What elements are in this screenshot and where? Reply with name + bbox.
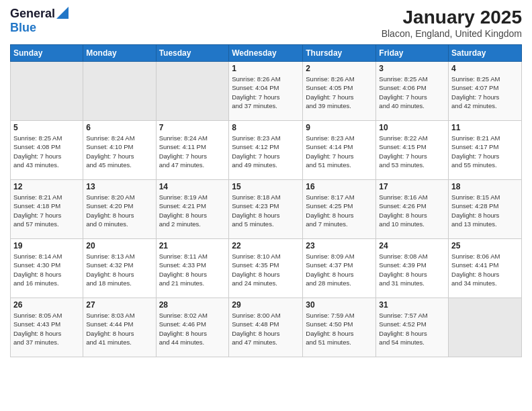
calendar-cell: 28Sunrise: 8:02 AM Sunset: 4:46 PM Dayli… — [156, 298, 229, 357]
calendar-cell: 1Sunrise: 8:26 AM Sunset: 4:04 PM Daylig… — [229, 62, 303, 121]
day-detail: Sunrise: 8:25 AM Sunset: 4:08 PM Dayligh… — [13, 134, 80, 169]
weekday-header-row: SundayMondayTuesdayWednesdayThursdayFrid… — [11, 45, 522, 62]
day-number: 21 — [159, 241, 226, 250]
title-block: January 2025 Blacon, England, United Kin… — [382, 7, 522, 39]
calendar-cell: 25Sunrise: 8:06 AM Sunset: 4:41 PM Dayli… — [449, 239, 522, 298]
day-detail: Sunrise: 8:26 AM Sunset: 4:04 PM Dayligh… — [232, 75, 300, 110]
calendar-cell: 30Sunrise: 7:59 AM Sunset: 4:50 PM Dayli… — [303, 298, 376, 357]
calendar-cell: 18Sunrise: 8:15 AM Sunset: 4:28 PM Dayli… — [449, 180, 522, 239]
day-number: 7 — [159, 123, 226, 132]
day-detail: Sunrise: 7:57 AM Sunset: 4:52 PM Dayligh… — [379, 311, 445, 347]
calendar-cell: 8Sunrise: 8:23 AM Sunset: 4:12 PM Daylig… — [229, 121, 303, 180]
day-number: 13 — [86, 182, 152, 191]
calendar-cell: 14Sunrise: 8:19 AM Sunset: 4:21 PM Dayli… — [156, 180, 229, 239]
calendar-cell: 13Sunrise: 8:20 AM Sunset: 4:20 PM Dayli… — [83, 180, 156, 239]
weekday-header: Sunday — [11, 45, 83, 62]
header: General Blue January 2025 Blacon, Englan… — [10, 7, 522, 39]
day-number: 12 — [13, 182, 80, 191]
day-detail: Sunrise: 8:18 AM Sunset: 4:23 PM Dayligh… — [232, 193, 300, 228]
day-detail: Sunrise: 8:14 AM Sunset: 4:30 PM Dayligh… — [13, 252, 80, 287]
day-detail: Sunrise: 8:25 AM Sunset: 4:07 PM Dayligh… — [451, 75, 519, 110]
day-number: 4 — [451, 64, 519, 73]
calendar-cell: 31Sunrise: 7:57 AM Sunset: 4:52 PM Dayli… — [376, 298, 449, 357]
day-detail: Sunrise: 8:25 AM Sunset: 4:06 PM Dayligh… — [379, 75, 445, 110]
day-detail: Sunrise: 8:03 AM Sunset: 4:44 PM Dayligh… — [86, 311, 152, 347]
weekday-header: Saturday — [449, 45, 522, 62]
day-number: 19 — [13, 241, 80, 250]
logo-general: General — [10, 7, 55, 21]
day-number: 2 — [306, 64, 373, 73]
day-detail: Sunrise: 8:06 AM Sunset: 4:41 PM Dayligh… — [451, 252, 519, 287]
day-number: 1 — [232, 64, 300, 73]
calendar-cell: 7Sunrise: 8:24 AM Sunset: 4:11 PM Daylig… — [156, 121, 229, 180]
day-number: 9 — [306, 123, 373, 132]
day-number: 27 — [86, 300, 152, 310]
day-number: 11 — [451, 123, 519, 132]
day-number: 23 — [306, 241, 373, 250]
day-number: 10 — [379, 123, 445, 132]
calendar-cell: 12Sunrise: 8:21 AM Sunset: 4:18 PM Dayli… — [11, 180, 83, 239]
day-detail: Sunrise: 8:26 AM Sunset: 4:05 PM Dayligh… — [306, 75, 373, 110]
calendar-cell: 4Sunrise: 8:25 AM Sunset: 4:07 PM Daylig… — [449, 62, 522, 121]
day-detail: Sunrise: 8:21 AM Sunset: 4:18 PM Dayligh… — [13, 193, 80, 228]
main-title: January 2025 — [382, 7, 522, 28]
calendar-cell: 5Sunrise: 8:25 AM Sunset: 4:08 PM Daylig… — [11, 121, 83, 180]
calendar-table: SundayMondayTuesdayWednesdayThursdayFrid… — [10, 44, 522, 357]
day-detail: Sunrise: 8:11 AM Sunset: 4:33 PM Dayligh… — [159, 252, 226, 287]
day-detail: Sunrise: 8:02 AM Sunset: 4:46 PM Dayligh… — [159, 311, 226, 347]
calendar-week-row: 5Sunrise: 8:25 AM Sunset: 4:08 PM Daylig… — [11, 121, 522, 180]
calendar-cell: 24Sunrise: 8:08 AM Sunset: 4:39 PM Dayli… — [376, 239, 449, 298]
day-detail: Sunrise: 7:59 AM Sunset: 4:50 PM Dayligh… — [306, 311, 373, 347]
day-detail: Sunrise: 8:10 AM Sunset: 4:35 PM Dayligh… — [232, 252, 300, 287]
subtitle: Blacon, England, United Kingdom — [382, 28, 522, 39]
day-detail: Sunrise: 8:13 AM Sunset: 4:32 PM Dayligh… — [86, 252, 152, 287]
calendar-week-row: 1Sunrise: 8:26 AM Sunset: 4:04 PM Daylig… — [11, 62, 522, 121]
day-detail: Sunrise: 8:00 AM Sunset: 4:48 PM Dayligh… — [232, 311, 300, 347]
calendar-cell: 3Sunrise: 8:25 AM Sunset: 4:06 PM Daylig… — [376, 62, 449, 121]
weekday-header: Monday — [83, 45, 156, 62]
day-number: 26 — [13, 300, 80, 310]
day-number: 16 — [306, 182, 373, 191]
day-detail: Sunrise: 8:24 AM Sunset: 4:11 PM Dayligh… — [159, 134, 226, 169]
calendar-cell: 9Sunrise: 8:23 AM Sunset: 4:14 PM Daylig… — [303, 121, 376, 180]
day-number: 6 — [86, 123, 152, 132]
calendar-cell — [11, 62, 83, 121]
day-detail: Sunrise: 8:22 AM Sunset: 4:15 PM Dayligh… — [379, 134, 445, 169]
day-number: 5 — [13, 123, 80, 132]
calendar-cell: 27Sunrise: 8:03 AM Sunset: 4:44 PM Dayli… — [83, 298, 156, 357]
calendar-cell: 23Sunrise: 8:09 AM Sunset: 4:37 PM Dayli… — [303, 239, 376, 298]
page: General Blue January 2025 Blacon, Englan… — [0, 0, 532, 411]
weekday-header: Thursday — [303, 45, 376, 62]
day-number: 15 — [232, 182, 300, 191]
day-number: 18 — [451, 182, 519, 191]
day-number: 17 — [379, 182, 445, 191]
calendar-week-row: 26Sunrise: 8:05 AM Sunset: 4:43 PM Dayli… — [11, 298, 522, 357]
logo-icon — [56, 7, 69, 19]
day-detail: Sunrise: 8:09 AM Sunset: 4:37 PM Dayligh… — [306, 252, 373, 287]
calendar-cell: 17Sunrise: 8:16 AM Sunset: 4:26 PM Dayli… — [376, 180, 449, 239]
weekday-header: Friday — [376, 45, 449, 62]
day-number: 25 — [451, 241, 519, 250]
day-detail: Sunrise: 8:20 AM Sunset: 4:20 PM Dayligh… — [86, 193, 152, 228]
day-detail: Sunrise: 8:21 AM Sunset: 4:17 PM Dayligh… — [451, 134, 519, 169]
day-detail: Sunrise: 8:23 AM Sunset: 4:12 PM Dayligh… — [232, 134, 300, 169]
day-number: 31 — [379, 300, 445, 310]
calendar-cell — [449, 298, 522, 357]
day-number: 24 — [379, 241, 445, 250]
calendar-cell: 2Sunrise: 8:26 AM Sunset: 4:05 PM Daylig… — [303, 62, 376, 121]
day-number: 28 — [159, 300, 226, 310]
day-detail: Sunrise: 8:15 AM Sunset: 4:28 PM Dayligh… — [451, 193, 519, 228]
day-detail: Sunrise: 8:19 AM Sunset: 4:21 PM Dayligh… — [159, 193, 226, 228]
calendar-cell: 16Sunrise: 8:17 AM Sunset: 4:25 PM Dayli… — [303, 180, 376, 239]
day-detail: Sunrise: 8:08 AM Sunset: 4:39 PM Dayligh… — [379, 252, 445, 287]
calendar-cell: 10Sunrise: 8:22 AM Sunset: 4:15 PM Dayli… — [376, 121, 449, 180]
day-number: 22 — [232, 241, 300, 250]
calendar-week-row: 12Sunrise: 8:21 AM Sunset: 4:18 PM Dayli… — [11, 180, 522, 239]
day-number: 29 — [232, 300, 300, 310]
day-number: 8 — [232, 123, 300, 132]
weekday-header: Wednesday — [229, 45, 303, 62]
logo-blue: Blue — [10, 21, 36, 34]
weekday-header: Tuesday — [156, 45, 229, 62]
day-detail: Sunrise: 8:17 AM Sunset: 4:25 PM Dayligh… — [306, 193, 373, 228]
calendar-cell: 19Sunrise: 8:14 AM Sunset: 4:30 PM Dayli… — [11, 239, 83, 298]
